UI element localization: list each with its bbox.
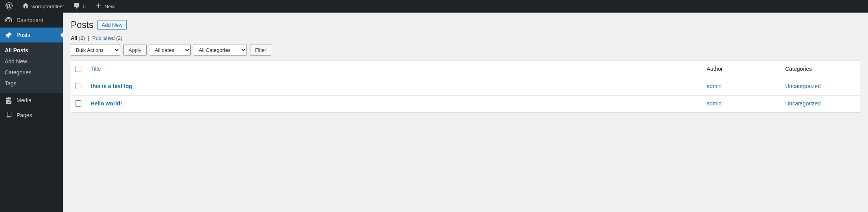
new-label: New bbox=[105, 4, 115, 9]
admin-bar: wordpreddtest 0 New bbox=[0, 0, 868, 13]
comments-link[interactable]: 0 bbox=[71, 0, 88, 13]
sidebar-item-dashboard[interactable]: Dashboard bbox=[0, 13, 63, 28]
wordpress-icon bbox=[6, 2, 13, 11]
filter-label: All bbox=[71, 35, 77, 41]
filter-published[interactable]: Published (2) bbox=[92, 35, 123, 41]
dashboard-icon bbox=[5, 16, 13, 24]
table-row: Hello world! admin Uncategorized bbox=[71, 96, 860, 113]
post-author-link[interactable]: admin bbox=[707, 100, 722, 107]
sidebar-item-label: Media bbox=[17, 97, 31, 103]
select-all-checkbox[interactable] bbox=[75, 66, 81, 72]
filter-all[interactable]: All (2) bbox=[71, 35, 86, 41]
media-icon bbox=[5, 96, 13, 104]
posts-table: Title Author Categories this is a test l… bbox=[71, 61, 860, 113]
post-title-link[interactable]: Hello world! bbox=[91, 100, 122, 107]
column-header-categories: Categories bbox=[782, 61, 860, 78]
sidebar-subitem-categories[interactable]: Categories bbox=[0, 67, 63, 78]
plus-icon bbox=[95, 2, 102, 11]
content-area: Posts Add New All (2) | Published (2) Bu… bbox=[63, 13, 868, 212]
sidebar-subitem-all-posts[interactable]: All Posts bbox=[0, 45, 63, 56]
post-category-link[interactable]: Uncategorized bbox=[785, 100, 821, 107]
sidebar-item-media[interactable]: Media bbox=[0, 93, 63, 108]
site-home-link[interactable]: wordpreddtest bbox=[20, 0, 66, 13]
filter-count: (2) bbox=[79, 35, 85, 41]
column-header-author[interactable]: Author bbox=[703, 61, 782, 78]
table-row: this is a test log admin Uncategorized bbox=[71, 78, 860, 96]
pages-icon bbox=[5, 111, 13, 119]
status-filters: All (2) | Published (2) bbox=[71, 35, 860, 41]
date-filter-select[interactable]: All dates bbox=[150, 44, 191, 56]
comment-icon bbox=[73, 2, 80, 11]
column-header-checkbox bbox=[71, 61, 87, 78]
filter-count: (2) bbox=[116, 35, 123, 41]
apply-button[interactable]: Apply bbox=[123, 44, 147, 56]
admin-menu: Dashboard Posts All Posts Add New Catego… bbox=[0, 13, 63, 212]
row-checkbox[interactable] bbox=[75, 100, 81, 107]
filter-label: Published bbox=[92, 35, 115, 41]
row-checkbox[interactable] bbox=[75, 83, 81, 89]
sidebar-item-label: Pages bbox=[17, 112, 32, 118]
new-content-link[interactable]: New bbox=[93, 0, 117, 13]
bulk-actions-select[interactable]: Bulk Actions bbox=[71, 44, 120, 56]
home-icon bbox=[22, 2, 29, 11]
wp-logo-menu[interactable] bbox=[3, 0, 15, 13]
page-title: Posts bbox=[71, 20, 94, 30]
sidebar-submenu-posts: All Posts Add New Categories Tags bbox=[0, 42, 63, 93]
filter-button[interactable]: Filter bbox=[250, 44, 272, 56]
sidebar-item-posts[interactable]: Posts bbox=[0, 28, 63, 42]
comment-count: 0 bbox=[83, 4, 85, 9]
category-filter-select[interactable]: All Categories bbox=[194, 44, 247, 56]
add-new-button[interactable]: Add New bbox=[97, 20, 127, 30]
sidebar-subitem-add-new[interactable]: Add New bbox=[0, 56, 63, 67]
sidebar-subitem-tags[interactable]: Tags bbox=[0, 78, 63, 89]
post-category-link[interactable]: Uncategorized bbox=[785, 83, 821, 89]
sidebar-item-label: Posts bbox=[17, 32, 30, 38]
post-title-link[interactable]: this is a test log bbox=[91, 83, 132, 89]
column-header-title[interactable]: Title bbox=[87, 61, 703, 78]
post-author-link[interactable]: admin bbox=[707, 83, 722, 89]
pin-icon bbox=[5, 31, 13, 39]
site-name: wordpreddtest bbox=[31, 4, 64, 9]
sidebar-item-pages[interactable]: Pages bbox=[0, 108, 63, 123]
tablenav-top: Bulk Actions Apply All dates All Categor… bbox=[71, 44, 860, 56]
sidebar-item-label: Dashboard bbox=[17, 17, 44, 23]
